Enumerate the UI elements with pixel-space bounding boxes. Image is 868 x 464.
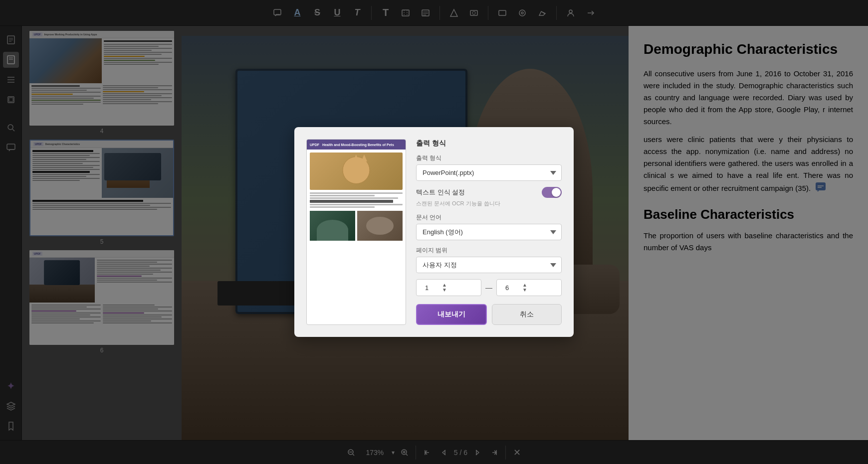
modal-preview-body bbox=[307, 150, 406, 244]
format-select[interactable]: PowerPoint(.pptx) PDF Word(.docx) Excel(… bbox=[416, 164, 562, 181]
page-range-inputs: ▲ ▼ — ▲ ▼ bbox=[416, 279, 562, 296]
page-to-input-box: ▲ ▼ bbox=[496, 279, 562, 296]
format-label: 출력 형식 bbox=[416, 154, 562, 162]
language-select[interactable]: English (영어) Korean (한국어) Japanese (일본어) bbox=[416, 224, 562, 240]
range-dash: — bbox=[485, 284, 492, 292]
ocr-toggle[interactable] bbox=[542, 187, 562, 198]
page-from-spin: ▲ ▼ bbox=[440, 283, 448, 293]
modal-overlay[interactable]: UPDF Health and Mood-Boosting Benefits o… bbox=[0, 0, 868, 464]
page-to-input[interactable] bbox=[501, 284, 521, 292]
export-button[interactable]: 내보내기 bbox=[416, 304, 487, 325]
page-to-down[interactable]: ▼ bbox=[521, 288, 529, 293]
ocr-hint: 스캔된 문서에 OCR 기능을 씁니다 bbox=[416, 200, 562, 207]
cancel-button[interactable]: 취소 bbox=[492, 304, 562, 325]
preview-header-text: UPDF Health and Mood-Boosting Benefits o… bbox=[310, 143, 394, 147]
page-from-input-box: ▲ ▼ bbox=[416, 279, 481, 296]
preview-text-lines bbox=[310, 192, 403, 208]
language-label: 문서 언어 bbox=[416, 213, 562, 222]
page-from-input[interactable] bbox=[421, 284, 440, 292]
preview-img-right bbox=[357, 211, 403, 241]
ocr-label: 텍스트 인식 설정 bbox=[416, 188, 465, 197]
modal-preview-header: UPDF Health and Mood-Boosting Benefits o… bbox=[307, 140, 406, 150]
modal-buttons: 내보내기 취소 bbox=[416, 304, 562, 325]
preview-bottom-images bbox=[310, 211, 403, 241]
page-range-label: 페이지 범위 bbox=[416, 246, 562, 255]
toggle-knob bbox=[552, 188, 561, 197]
modal-preview: UPDF Health and Mood-Boosting Benefits o… bbox=[306, 139, 406, 325]
modal-title: 출력 형식 bbox=[416, 139, 562, 148]
ocr-toggle-row: 텍스트 인식 설정 bbox=[416, 187, 562, 198]
export-modal: UPDF Health and Mood-Boosting Benefits o… bbox=[294, 127, 574, 337]
preview-img-left bbox=[310, 211, 355, 241]
page-to-spin: ▲ ▼ bbox=[521, 283, 529, 293]
page-range-type-select[interactable]: 사용자 지정 전체 현재 페이지 bbox=[416, 257, 562, 273]
page-from-down[interactable]: ▼ bbox=[440, 288, 448, 293]
modal-form: 출력 형식 출력 형식 PowerPoint(.pptx) PDF Word(.… bbox=[416, 139, 562, 325]
